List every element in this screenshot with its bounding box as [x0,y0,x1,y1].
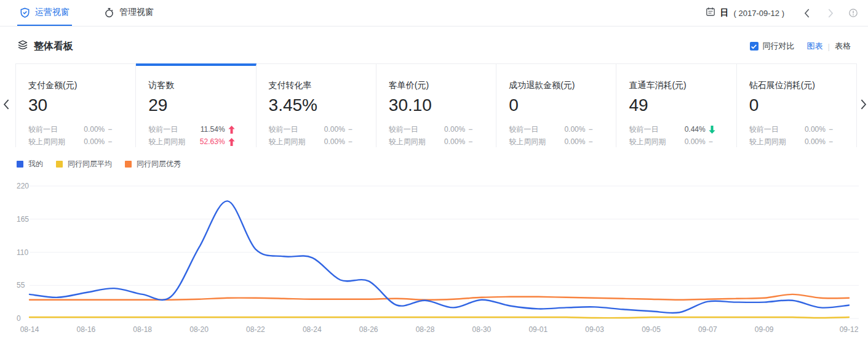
legend-item[interactable]: 我的 [17,159,43,169]
comparison-value: 0.00% [564,125,585,134]
legend-item[interactable]: 同行同层平均 [56,159,112,169]
comparison-value: 11.54% [201,125,225,134]
kpi-title: 访客数 [148,80,255,91]
trend-flat-dash: − [829,125,839,134]
top-nav: 运营视窗 管理视窗 日 ( 2017-09-12 ) [0,0,868,26]
peer-compare-checkbox[interactable] [750,42,759,51]
trend-flat-dash: − [348,125,359,134]
comparison-label: 较上周同期 [629,137,666,147]
comparison-label: 较前一日 [269,124,298,135]
kpi-title: 支付转化率 [269,80,376,91]
date-value: ( 2017-09-12 ) [734,9,784,18]
nav-tab[interactable]: 运营视窗 [17,0,72,26]
kpi-comparison-row: 较前一日 0.00% − [389,123,479,136]
kpi-comparison-row: 较前一日 0.00% − [28,123,118,136]
prev-date-button[interactable] [799,9,814,18]
trend-chart[interactable]: 05511016522008-1408-1608-1808-2008-2208-… [0,174,868,347]
kpi-title: 钻石展位消耗(元) [749,80,856,91]
peer-compare-label[interactable]: 同行对比 [763,41,795,52]
kpi-comparison-row: 较前一日 11.54% [148,123,238,136]
svg-text:08-30: 08-30 [472,325,492,334]
table-view-toggle[interactable]: 表格 [835,41,851,52]
svg-text:165: 165 [17,215,29,224]
comparison-value: 0.00% [444,125,465,134]
comparison-label: 较前一日 [749,124,779,135]
date-granularity[interactable]: 日 [720,7,729,18]
shield-icon [20,7,30,18]
kpi-card[interactable]: 客单价(元) 30.10 较前一日 0.00% − 较上周同期 0.00% − [376,63,496,147]
kpi-comparison-row: 较前一日 0.00% − [509,123,599,136]
legend-item[interactable]: 同行同层优秀 [125,159,181,169]
svg-text:08-14: 08-14 [20,325,39,334]
kpi-comparisons: 较前一日 0.00% − 较上周同期 0.00% − [389,123,496,148]
next-date-button[interactable] [823,9,838,18]
trend-flat-dash: − [829,137,839,146]
svg-text:09-05: 09-05 [642,325,661,334]
kpi-value: 30 [28,95,135,115]
svg-text:110: 110 [17,248,28,257]
carousel-next-icon[interactable] [861,99,867,112]
comparison-label: 较上周同期 [509,137,546,147]
trend-chart-svg[interactable]: 05511016522008-1408-1608-1808-2008-2208-… [0,174,868,347]
legend-swatch [125,161,132,168]
chart-view-toggle[interactable]: 图表 [807,41,823,52]
kpi-value: 3.45% [269,95,376,115]
trend-flat-dash: − [588,137,599,146]
svg-text:09-09: 09-09 [755,325,774,334]
comparison-label: 较上周同期 [389,137,426,147]
kpi-comparisons: 较前一日 0.00% − 较上周同期 0.00% − [749,123,856,148]
comparison-label: 较上周同期 [269,137,306,147]
carousel-prev-icon[interactable] [3,99,9,112]
comparison-label: 较上周同期 [28,137,65,147]
comparison-label: 较前一日 [389,124,418,135]
svg-text:09-12: 09-12 [840,325,859,334]
kpi-comparisons: 较前一日 0.44% 较上周同期 0.00% − [629,123,736,148]
kpi-card[interactable]: 访客数 29 较前一日 11.54% 较上周同期 52.63% [136,63,256,147]
kpi-card[interactable]: 直通车消耗(元) 49 较前一日 0.44% 较上周同期 0.00% − [616,63,736,147]
kpi-comparison-row: 较前一日 0.44% [629,123,719,136]
comparison-value: 0.00% [805,125,826,134]
legend-swatch [17,161,23,168]
kpi-comparisons: 较前一日 11.54% 较上周同期 52.63% [148,123,255,148]
svg-text:08-20: 08-20 [189,325,209,334]
calendar-icon[interactable] [706,7,715,19]
dashboard-page: 运营视窗 管理视窗 日 ( 2017-09-12 ) [0,0,868,348]
svg-text:0: 0 [17,314,21,323]
page-title: 整体看板 [34,40,73,53]
board-header: 整体看板 同行对比 图表 | 表格 [0,37,868,55]
kpi-card[interactable]: 成功退款金额(元) 0 较前一日 0.00% − 较上周同期 0.00% − [496,63,616,147]
view-separator: | [828,42,830,51]
kpi-comparisons: 较前一日 0.00% − 较上周同期 0.00% − [509,123,616,148]
kpi-card[interactable]: 支付转化率 3.45% 较前一日 0.00% − 较上周同期 0.00% − [257,63,376,147]
legend-label: 同行同层优秀 [137,159,181,169]
trend-up-icon [228,138,239,146]
kpi-value: 30.10 [389,95,496,115]
legend-label: 我的 [28,159,43,169]
svg-text:08-16: 08-16 [77,325,96,334]
nav-tab-label: 运营视窗 [35,7,70,18]
trend-flat-dash: − [468,137,479,146]
info-icon[interactable] [848,8,858,18]
check-icon [751,43,757,50]
comparison-value: 0.00% [324,137,345,146]
kpi-comparison-row: 较前一日 0.00% − [749,123,839,136]
kpi-card[interactable]: 支付金额(元) 30 较前一日 0.00% − 较上周同期 0.00% − [16,63,136,147]
date-controls: 日 ( 2017-09-12 ) [706,0,858,26]
stopwatch-icon [104,7,114,18]
kpi-comparison-row: 较上周同期 0.00% − [28,136,118,148]
layers-icon [17,39,28,53]
kpi-card[interactable]: 钻石展位消耗(元) 0 较前一日 0.00% − 较上周同期 0.00% − [737,63,857,147]
kpi-title: 直通车消耗(元) [629,80,736,91]
trend-flat-dash: − [108,137,118,146]
date-picker[interactable]: 日 ( 2017-09-12 ) [706,7,784,19]
kpi-cards: 支付金额(元) 30 较前一日 0.00% − 较上周同期 0.00% − 访客… [15,63,857,147]
svg-text:09-01: 09-01 [528,325,547,334]
svg-text:08-24: 08-24 [303,325,322,334]
kpi-title: 客单价(元) [389,80,496,91]
nav-tab-label: 管理视窗 [119,7,154,18]
comparison-label: 较前一日 [509,124,538,135]
trend-flat-dash: − [709,137,719,146]
nav-tab[interactable]: 管理视窗 [102,0,156,26]
comparison-value: 0.00% [84,125,105,134]
kpi-comparisons: 较前一日 0.00% − 较上周同期 0.00% − [269,123,376,148]
